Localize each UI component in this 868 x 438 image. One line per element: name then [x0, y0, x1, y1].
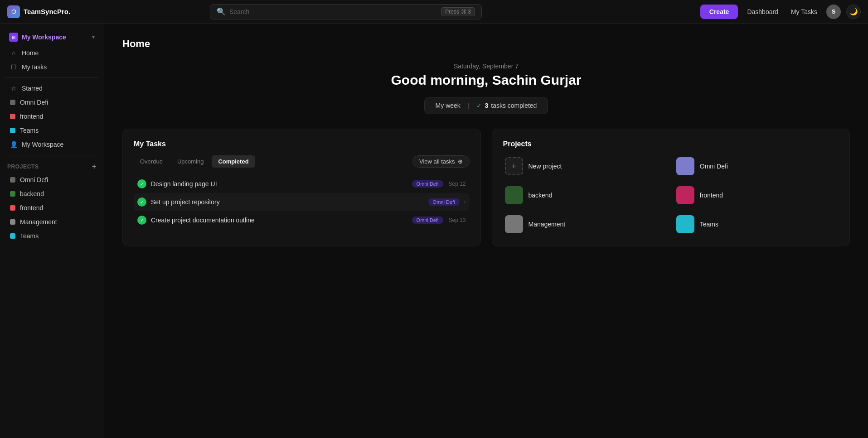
project-item-frontend[interactable]: frontend: [674, 184, 839, 206]
week-label: My week: [436, 102, 461, 109]
chevron-right-icon: ›: [464, 199, 466, 205]
project-dot-backend-proj: [10, 191, 15, 197]
sidebar-starred-header[interactable]: ☆ Starred: [3, 82, 101, 95]
sidebar-item-management-proj[interactable]: Management: [3, 215, 101, 229]
table-row[interactable]: ✓ Design landing page UI Omni Defi Sep 1…: [134, 175, 470, 193]
new-project-icon: +: [505, 157, 523, 175]
main-layout: ⊞ My Workspace ▾ ⌂ Home ☐ My tasks ☆ Sta…: [0, 24, 868, 438]
sidebar-item-label: backend: [20, 190, 44, 197]
task-date: Sep 12: [448, 181, 466, 187]
greeting-date: Saturday, September 7: [122, 63, 850, 70]
tasks-completed-label: tasks completed: [491, 102, 537, 109]
project-name: Management: [529, 221, 566, 228]
sidebar-item-backend-proj[interactable]: backend: [3, 187, 101, 201]
project-dot-omni-proj: [10, 177, 15, 183]
avatar[interactable]: S: [826, 5, 841, 19]
sidebar-item-my-workspace-starred[interactable]: 👤 My Workspace: [3, 138, 101, 151]
project-dot-teams: [10, 128, 15, 133]
brand-name: TeamSyncPro.: [24, 8, 70, 15]
project-item-teams[interactable]: Teams: [674, 213, 839, 235]
task-tag: Omni Defi: [412, 180, 443, 188]
sidebar-item-home[interactable]: ⌂ Home: [3, 46, 101, 60]
view-all-icon: ⊕: [458, 158, 463, 165]
sidebar-item-label: Omni Defi: [20, 176, 48, 183]
sidebar-item-frontend-starred[interactable]: frontend: [3, 110, 101, 123]
sidebar-item-label: My tasks: [22, 63, 47, 71]
task-tabs: Overdue Upcoming Completed View all task…: [134, 155, 470, 168]
sidebar-item-label: My Workspace: [22, 141, 63, 148]
week-divider: |: [468, 102, 470, 109]
sidebar-item-my-tasks[interactable]: ☐ My tasks: [3, 60, 101, 74]
panels: My Tasks Overdue Upcoming Completed View…: [122, 129, 850, 246]
sidebar-projects-section: Projects +: [0, 159, 104, 173]
sidebar-divider-2: [5, 155, 98, 155]
tab-completed[interactable]: Completed: [212, 155, 255, 168]
dashboard-link[interactable]: Dashboard: [743, 6, 782, 17]
sidebar-item-frontend-proj[interactable]: frontend: [3, 201, 101, 215]
task-name: Set up project repository: [151, 198, 424, 206]
my-tasks-panel-title: My Tasks: [134, 140, 470, 148]
project-color-icon-management: [505, 215, 523, 233]
tab-overdue[interactable]: Overdue: [134, 155, 169, 168]
task-name: Create project documentation outline: [151, 217, 407, 224]
theme-toggle-button[interactable]: 🌙: [846, 5, 861, 19]
view-all-tasks-button[interactable]: View all tasks ⊕: [412, 155, 470, 168]
sidebar-workspace-header[interactable]: ⊞ My Workspace ▾: [3, 29, 101, 45]
sidebar-divider-1: [5, 77, 98, 78]
projects-panel: Projects + New project Omni Defi backend: [492, 129, 850, 246]
project-color-icon-frontend: [676, 186, 694, 204]
task-complete-icon: ✓: [137, 179, 146, 188]
task-complete-icon: ✓: [137, 197, 146, 207]
project-name: backend: [529, 192, 553, 199]
check-icon: ✓: [476, 102, 482, 109]
project-name: Teams: [700, 221, 718, 228]
week-badge: My week | ✓ 3 tasks completed: [424, 97, 548, 114]
my-tasks-link[interactable]: My Tasks: [787, 6, 821, 17]
project-name: frontend: [700, 192, 723, 199]
task-date: Sep 13: [448, 217, 466, 223]
table-row[interactable]: ✓ Create project documentation outline O…: [134, 211, 470, 229]
person-icon: 👤: [10, 141, 17, 148]
topnav: ⬡ TeamSyncPro. 🔍 Search Press ⌘ 3 Create…: [0, 0, 868, 24]
sidebar-item-omni-defi-starred[interactable]: Omni Defi: [3, 96, 101, 109]
tab-upcoming[interactable]: Upcoming: [171, 155, 210, 168]
table-row[interactable]: ✓ Set up project repository Omni Defi ›: [134, 193, 470, 211]
create-button[interactable]: Create: [700, 5, 738, 19]
project-dot-omni: [10, 100, 15, 105]
sidebar-item-label: Management: [20, 218, 57, 226]
projects-panel-title: Projects: [503, 140, 839, 148]
topnav-right: Create Dashboard My Tasks S 🌙: [700, 5, 861, 19]
sidebar-item-label: frontend: [20, 113, 43, 120]
project-item-new[interactable]: + New project: [503, 155, 667, 177]
projects-section-label: Projects: [7, 164, 39, 170]
project-name: Omni Defi: [700, 163, 728, 170]
project-name: New project: [529, 163, 562, 170]
tasks-icon: ☐: [10, 63, 17, 71]
brand-icon: ⬡: [7, 5, 20, 18]
project-item-management[interactable]: Management: [503, 213, 667, 235]
sidebar-item-teams-starred[interactable]: Teams: [3, 124, 101, 137]
project-item-omni-defi[interactable]: Omni Defi: [674, 155, 839, 177]
project-dot-frontend-proj: [10, 205, 15, 211]
main-content: Home Saturday, September 7 Good morning,…: [104, 24, 868, 438]
sidebar: ⊞ My Workspace ▾ ⌂ Home ☐ My tasks ☆ Sta…: [0, 24, 104, 438]
sidebar-item-label: Omni Defi: [20, 99, 48, 106]
project-item-backend[interactable]: backend: [503, 184, 667, 206]
project-color-icon-backend: [505, 186, 523, 204]
projects-grid: + New project Omni Defi backend frontend: [503, 155, 839, 235]
project-color-icon-teams: [676, 215, 694, 233]
sidebar-item-omni-defi-proj[interactable]: Omni Defi: [3, 173, 101, 187]
star-icon: ☆: [10, 85, 17, 92]
task-tag: Omni Defi: [412, 217, 443, 224]
workspace-icon: ⊞: [9, 33, 18, 42]
project-color-icon-omni: [676, 157, 694, 175]
task-name: Design landing page UI: [151, 180, 407, 188]
add-project-button[interactable]: +: [92, 163, 97, 171]
search-placeholder: Search: [229, 8, 249, 15]
sidebar-item-teams-proj[interactable]: Teams: [3, 229, 101, 243]
task-complete-icon: ✓: [137, 216, 146, 225]
my-tasks-panel: My Tasks Overdue Upcoming Completed View…: [122, 129, 481, 246]
search-bar[interactable]: 🔍 Search Press ⌘ 3: [210, 4, 482, 19]
sidebar-item-label: frontend: [20, 204, 43, 212]
project-dot-management-proj: [10, 219, 15, 225]
